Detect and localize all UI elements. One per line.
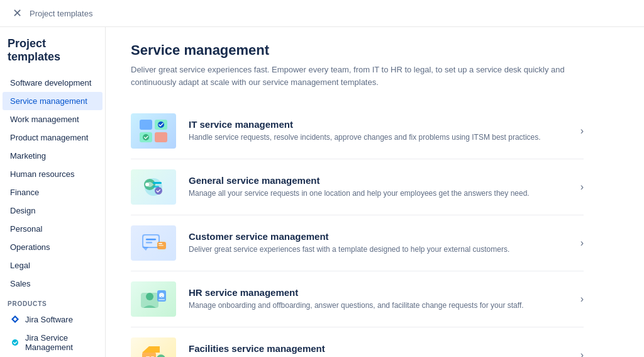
template-name-facilities-service-management: Facilities service management (189, 343, 573, 354)
template-name-hr-service-management: HR service management (189, 287, 573, 298)
template-text-hr-service-management: HR service management Manage onboarding … (189, 287, 573, 311)
template-list: IT service management Handle service req… (131, 103, 584, 357)
close-button[interactable]: ✕ (10, 5, 25, 21)
template-text-customer-service-management: Customer service management Deliver grea… (189, 231, 573, 255)
svg-point-12 (145, 183, 149, 186)
sidebar-product-jira-software[interactable]: Jira Software (3, 310, 103, 329)
svg-rect-28 (142, 353, 156, 357)
main-layout: Project templates Software developmentSe… (0, 27, 644, 357)
template-item-it-service-management[interactable]: IT service management Handle service req… (131, 103, 584, 159)
template-desc-general-service-management: Manage all your service requests in one … (189, 188, 573, 199)
svg-rect-17 (143, 235, 158, 247)
sidebar-item-legal[interactable]: Legal (3, 256, 103, 275)
jira-software-icon (10, 314, 20, 324)
content-area: Service management Deliver great service… (106, 27, 644, 357)
sidebar-item-operations[interactable]: Operations (3, 238, 103, 256)
template-desc-hr-service-management: Manage onboarding and offboarding, answe… (189, 300, 573, 311)
template-item-facilities-service-management[interactable]: Facilities service management Easily man… (131, 327, 584, 357)
template-desc-it-service-management: Handle service requests, resolve inciden… (189, 132, 573, 143)
sidebar-title: Project templates (0, 37, 105, 74)
sidebar-products: Jira SoftwareJira Service ManagementJira… (0, 310, 105, 357)
template-chevron-customer-service-management: › (580, 237, 584, 249)
template-name-general-service-management: General service management (189, 175, 573, 186)
template-text-it-service-management: IT service management Handle service req… (189, 119, 573, 143)
svg-rect-22 (158, 245, 164, 246)
sidebar-item-human-resources[interactable]: Human resources (3, 165, 103, 183)
sidebar-product-jira-service-management[interactable]: Jira Service Management (3, 329, 103, 356)
svg-point-9 (143, 134, 149, 140)
template-name-customer-service-management: Customer service management (189, 231, 573, 242)
svg-rect-4 (140, 120, 152, 130)
product-label: Jira Service Management (25, 333, 95, 352)
sidebar-item-sales[interactable]: Sales (3, 275, 103, 293)
svg-rect-18 (146, 239, 156, 241)
svg-rect-19 (146, 242, 152, 244)
template-name-it-service-management: IT service management (189, 119, 573, 130)
sidebar-item-product-management[interactable]: Product management (3, 128, 103, 147)
template-chevron-general-service-management: › (580, 181, 584, 193)
svg-marker-29 (142, 346, 160, 353)
sidebar: Project templates Software developmentSe… (0, 27, 106, 357)
svg-point-26 (159, 293, 164, 298)
template-icon-facilities-service-management (131, 337, 176, 357)
svg-rect-21 (158, 243, 162, 244)
svg-rect-27 (158, 299, 165, 300)
svg-rect-7 (155, 132, 167, 142)
template-chevron-facilities-service-management: › (580, 349, 584, 357)
product-label: Jira Software (25, 315, 73, 324)
template-text-facilities-service-management: Facilities service management Easily man… (189, 343, 573, 357)
template-item-customer-service-management[interactable]: Customer service management Deliver grea… (131, 215, 584, 271)
template-icon-customer-service-management (131, 225, 176, 261)
sidebar-item-finance[interactable]: Finance (3, 183, 103, 201)
jira-service-management-icon (10, 337, 20, 348)
template-icon-it-service-management (131, 113, 176, 149)
products-section-label: PRODUCTS (0, 293, 105, 310)
sidebar-item-marketing[interactable]: Marketing (3, 147, 103, 165)
template-icon-general-service-management (131, 169, 176, 205)
content-description: Deliver great service experiences fast. … (131, 64, 584, 88)
sidebar-nav: Software developmentService managementWo… (0, 74, 105, 293)
svg-point-32 (157, 354, 165, 357)
template-chevron-hr-service-management: › (580, 293, 584, 305)
top-bar: ✕ Project templates (0, 0, 644, 27)
template-text-general-service-management: General service management Manage all yo… (189, 175, 573, 199)
sidebar-item-design[interactable]: Design (3, 201, 103, 220)
content-title: Service management (131, 42, 619, 59)
svg-point-0 (12, 339, 18, 346)
svg-rect-13 (153, 182, 162, 184)
template-icon-hr-service-management (131, 281, 176, 317)
svg-point-15 (155, 187, 162, 195)
svg-point-24 (146, 293, 153, 300)
template-desc-customer-service-management: Deliver great service experiences fast w… (189, 244, 573, 255)
template-chevron-it-service-management: › (580, 125, 584, 137)
breadcrumb: Project templates (30, 9, 92, 18)
sidebar-item-work-management[interactable]: Work management (3, 110, 103, 128)
template-item-general-service-management[interactable]: General service management Manage all yo… (131, 159, 584, 215)
sidebar-item-service-management[interactable]: Service management (3, 92, 103, 110)
template-item-hr-service-management[interactable]: HR service management Manage onboarding … (131, 271, 584, 327)
sidebar-item-software-development[interactable]: Software development (3, 74, 103, 92)
sidebar-item-personal[interactable]: Personal (3, 220, 103, 238)
